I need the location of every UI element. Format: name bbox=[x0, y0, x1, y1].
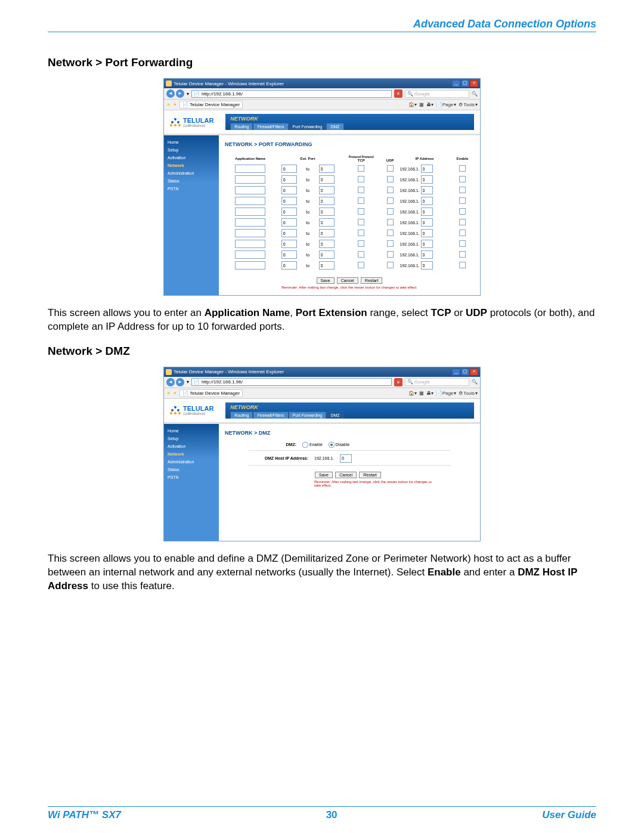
sidebar-pstn[interactable]: PSTN bbox=[168, 475, 215, 479]
sidebar-setup[interactable]: Setup bbox=[168, 436, 215, 441]
port-to-input[interactable] bbox=[319, 197, 335, 205]
restart-button[interactable]: Restart bbox=[361, 277, 383, 284]
stop-button[interactable]: × bbox=[394, 378, 402, 386]
ip-last-input[interactable] bbox=[421, 197, 433, 205]
sidebar-activation[interactable]: Activation bbox=[168, 444, 215, 448]
udp-checkbox[interactable] bbox=[387, 197, 394, 204]
maximize-button[interactable]: ▢ bbox=[461, 80, 469, 87]
sidebar-setup[interactable]: Setup bbox=[168, 148, 215, 152]
port-to-input[interactable] bbox=[319, 218, 335, 227]
search-box[interactable]: 🔍 Google bbox=[405, 90, 469, 98]
tcp-checkbox[interactable] bbox=[358, 176, 364, 182]
cancel-button[interactable]: Cancel bbox=[337, 277, 358, 284]
search-go-icon[interactable]: 🔍 bbox=[472, 91, 478, 97]
app-name-input[interactable] bbox=[235, 261, 265, 270]
app-name-input[interactable] bbox=[235, 165, 265, 173]
port-from-input[interactable] bbox=[281, 197, 297, 205]
minimize-button[interactable]: _ bbox=[452, 368, 460, 376]
subtab-port-forwarding[interactable]: Port Forwarding bbox=[289, 411, 327, 419]
dmz-disable-radio[interactable] bbox=[329, 442, 335, 448]
ip-last-input[interactable] bbox=[421, 186, 433, 194]
close-button[interactable]: × bbox=[470, 80, 478, 87]
ip-last-input[interactable] bbox=[421, 240, 433, 248]
ip-last-input[interactable] bbox=[421, 250, 433, 259]
tcp-checkbox[interactable] bbox=[358, 262, 364, 268]
port-to-input[interactable] bbox=[319, 240, 335, 248]
forward-button[interactable]: ► bbox=[176, 378, 184, 386]
port-to-input[interactable] bbox=[319, 186, 335, 194]
udp-checkbox[interactable] bbox=[387, 208, 394, 215]
back-button[interactable]: ◄ bbox=[166, 378, 175, 386]
restart-button[interactable]: Restart bbox=[359, 472, 381, 478]
port-from-input[interactable] bbox=[281, 261, 297, 270]
maximize-button[interactable]: ▢ bbox=[461, 368, 469, 376]
sidebar-status[interactable]: Status bbox=[168, 179, 215, 183]
port-to-input[interactable] bbox=[319, 175, 335, 184]
sidebar-network[interactable]: Network bbox=[168, 452, 215, 456]
sidebar-administration[interactable]: Administration bbox=[168, 171, 215, 175]
port-to-input[interactable] bbox=[319, 250, 335, 259]
port-to-input[interactable] bbox=[319, 165, 335, 173]
sidebar-status[interactable]: Status bbox=[168, 467, 215, 472]
enable-checkbox[interactable] bbox=[459, 219, 466, 225]
tcp-checkbox[interactable] bbox=[358, 187, 364, 193]
address-bar[interactable]: 📄 http://192.168.1.96/ bbox=[191, 90, 392, 98]
port-from-input[interactable] bbox=[281, 218, 297, 227]
feed-icon[interactable]: ▦ bbox=[419, 102, 424, 107]
dropdown-icon[interactable]: ▾ bbox=[187, 91, 189, 97]
tcp-checkbox[interactable] bbox=[358, 197, 364, 204]
tools-menu[interactable]: ⚙Tools▾ bbox=[459, 102, 478, 107]
ip-last-input[interactable] bbox=[421, 229, 433, 237]
port-from-input[interactable] bbox=[281, 165, 297, 173]
tcp-checkbox[interactable] bbox=[358, 208, 364, 215]
sidebar-home[interactable]: Home bbox=[168, 429, 215, 433]
enable-checkbox[interactable] bbox=[459, 187, 466, 193]
udp-checkbox[interactable] bbox=[387, 251, 394, 258]
page-menu[interactable]: 📄Page▾ bbox=[436, 391, 457, 396]
udp-checkbox[interactable] bbox=[387, 187, 394, 193]
cancel-button[interactable]: Cancel bbox=[335, 472, 357, 478]
enable-checkbox[interactable] bbox=[459, 262, 466, 268]
enable-checkbox[interactable] bbox=[459, 251, 466, 258]
tcp-checkbox[interactable] bbox=[358, 240, 364, 247]
print-icon[interactable]: 🖶▾ bbox=[426, 391, 434, 396]
forward-button[interactable]: ► bbox=[176, 89, 184, 98]
port-from-input[interactable] bbox=[281, 175, 297, 184]
enable-checkbox[interactable] bbox=[459, 230, 466, 236]
subtab-port-forwarding[interactable]: Port Forwarding bbox=[289, 123, 327, 130]
subtab-dmz[interactable]: DMZ bbox=[326, 411, 343, 419]
subtab-routing[interactable]: Routing bbox=[230, 123, 253, 130]
print-icon[interactable]: 🖶▾ bbox=[426, 102, 434, 107]
search-go-icon[interactable]: 🔍 bbox=[472, 379, 478, 385]
udp-checkbox[interactable] bbox=[387, 219, 394, 225]
udp-checkbox[interactable] bbox=[387, 176, 394, 182]
enable-checkbox[interactable] bbox=[459, 165, 466, 172]
search-box[interactable]: 🔍 Google bbox=[405, 378, 469, 386]
browser-tab[interactable]: 📄 Telular Device Manager bbox=[179, 389, 243, 397]
ip-last-input[interactable] bbox=[421, 165, 433, 173]
app-name-input[interactable] bbox=[235, 218, 265, 227]
save-button[interactable]: Save bbox=[315, 472, 333, 478]
back-button[interactable]: ◄ bbox=[166, 89, 175, 98]
sidebar-home[interactable]: Home bbox=[168, 140, 215, 144]
home-icon[interactable]: 🏠▾ bbox=[408, 102, 417, 107]
dmz-enable-radio[interactable] bbox=[302, 442, 308, 448]
tcp-checkbox[interactable] bbox=[358, 219, 364, 225]
tools-menu[interactable]: ⚙Tools▾ bbox=[459, 391, 478, 396]
port-from-input[interactable] bbox=[281, 229, 297, 237]
save-button[interactable]: Save bbox=[317, 277, 335, 284]
minimize-button[interactable]: _ bbox=[452, 80, 460, 87]
dmz-ip-input[interactable] bbox=[340, 454, 352, 463]
sidebar-administration[interactable]: Administration bbox=[168, 460, 215, 464]
app-name-input[interactable] bbox=[235, 240, 265, 248]
enable-checkbox[interactable] bbox=[459, 240, 466, 247]
app-name-input[interactable] bbox=[235, 197, 265, 205]
app-name-input[interactable] bbox=[235, 208, 265, 216]
ip-last-input[interactable] bbox=[421, 218, 433, 227]
feed-icon[interactable]: ▦ bbox=[419, 391, 424, 396]
address-bar[interactable]: 📄 http://192.168.1.96/ bbox=[191, 378, 392, 386]
udp-checkbox[interactable] bbox=[387, 165, 394, 172]
udp-checkbox[interactable] bbox=[387, 262, 394, 268]
enable-checkbox[interactable] bbox=[459, 176, 466, 182]
add-favorites-icon[interactable]: ✦ bbox=[173, 391, 177, 396]
